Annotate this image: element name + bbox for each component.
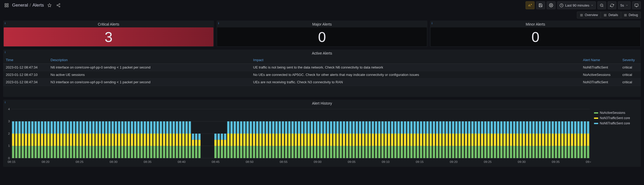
svg-rect-283 [282, 134, 284, 146]
alert-history-chart[interactable]: 0123408:1508:2008:2508:3008:3508:4008:45… [5, 106, 591, 164]
svg-rect-495 [510, 146, 512, 158]
svg-rect-122 [96, 121, 98, 134]
svg-rect-213 [195, 146, 197, 158]
time-range-picker[interactable]: Last 90 minutes [557, 1, 596, 9]
svg-rect-504 [520, 146, 522, 158]
svg-rect-343 [346, 134, 348, 146]
svg-rect-254 [250, 121, 252, 134]
svg-rect-543 [561, 146, 564, 158]
svg-rect-507 [523, 146, 525, 158]
svg-rect-380 [385, 121, 387, 134]
svg-rect-267 [266, 146, 268, 158]
svg-rect-273 [272, 146, 274, 158]
svg-rect-190 [169, 134, 172, 146]
svg-rect-457 [468, 134, 471, 146]
svg-rect-546 [565, 146, 567, 158]
svg-rect-314 [314, 121, 316, 134]
svg-rect-231 [227, 146, 229, 158]
svg-rect-470 [481, 121, 483, 134]
svg-rect-551 [568, 121, 570, 134]
svg-rect-528 [545, 146, 548, 158]
zoom-out-button[interactable] [597, 1, 606, 9]
legend-item[interactable]: NoActiveSessions [594, 110, 639, 115]
panel-title: Minor Alerts [430, 21, 641, 27]
svg-rect-485 [497, 121, 500, 134]
svg-rect-364 [368, 134, 371, 146]
svg-rect-196 [176, 134, 178, 146]
svg-rect-74 [44, 121, 47, 134]
svg-rect-277 [275, 134, 278, 146]
svg-rect-58 [28, 134, 31, 146]
svg-text:09:15: 09:15 [416, 160, 424, 163]
svg-rect-268 [266, 134, 268, 146]
panel-info-icon[interactable]: i [432, 22, 432, 25]
col-impact-header[interactable]: Impact [251, 56, 580, 64]
breadcrumb-folder[interactable]: General [12, 3, 28, 8]
svg-rect-498 [513, 146, 516, 158]
table-row[interactable]: 2023-01-12 08:47:34N3 interface on core/… [3, 79, 641, 86]
svg-rect-155 [131, 121, 133, 134]
svg-rect-535 [552, 134, 554, 146]
svg-rect-352 [356, 134, 358, 146]
svg-rect-412 [420, 134, 422, 146]
svg-text:0: 0 [8, 157, 10, 160]
svg-rect-127 [102, 134, 104, 146]
svg-rect-473 [484, 121, 487, 134]
svg-rect-60 [31, 146, 34, 158]
svg-rect-303 [304, 146, 307, 158]
svg-rect-338 [340, 121, 342, 134]
svg-rect-406 [413, 134, 416, 146]
svg-rect-456 [468, 146, 471, 158]
svg-rect-284 [282, 121, 284, 134]
col-name-header[interactable]: Alert Name [580, 56, 620, 64]
svg-rect-518 [532, 121, 535, 134]
svg-rect-113 [86, 121, 88, 134]
col-desc-header[interactable]: Description [48, 56, 251, 64]
svg-rect-126 [102, 146, 104, 158]
panel-title: Major Alerts [217, 21, 427, 27]
col-sev-header[interactable]: Severity [620, 56, 641, 64]
svg-rect-247 [243, 134, 246, 146]
refresh-button[interactable] [608, 1, 616, 9]
col-time-header[interactable]: Time [3, 56, 48, 64]
refresh-interval-picker[interactable]: 5s [618, 1, 631, 9]
apps-icon[interactable] [3, 2, 10, 9]
add-panel-button[interactable] [526, 1, 535, 9]
svg-rect-50 [18, 121, 21, 134]
panel-info-icon[interactable]: i [5, 101, 6, 104]
panel-info-icon[interactable]: i [5, 51, 6, 54]
star-icon[interactable] [46, 2, 53, 9]
svg-rect-361 [365, 134, 368, 146]
svg-rect-548 [565, 121, 567, 134]
cell-sev: critical [620, 64, 641, 71]
svg-rect-326 [327, 121, 329, 134]
tv-mode-button[interactable] [632, 1, 641, 9]
svg-rect-417 [426, 146, 429, 158]
svg-rect-415 [423, 134, 426, 146]
svg-rect-83 [54, 121, 56, 134]
svg-rect-563 [581, 121, 583, 134]
table-row[interactable]: 2023-01-12 08:47:34N6 interface on core/… [3, 64, 641, 71]
svg-rect-209 [189, 121, 191, 134]
legend-label: NoActiveSessions [600, 111, 625, 115]
view-overview-button[interactable]: Overview [577, 12, 601, 18]
svg-rect-222 [218, 146, 220, 158]
svg-rect-399 [407, 146, 410, 158]
legend-item[interactable]: NoN6TrafficSent core [594, 121, 639, 126]
svg-rect-423 [433, 146, 435, 158]
svg-rect-229 [224, 140, 226, 146]
panel-info-icon[interactable]: i [5, 22, 6, 25]
stat-major-value: 0 [217, 27, 427, 46]
breadcrumb-page[interactable]: Alerts [32, 3, 44, 8]
svg-rect-345 [349, 146, 352, 158]
settings-icon[interactable] [547, 1, 556, 9]
svg-rect-389 [394, 121, 397, 134]
save-button[interactable] [536, 1, 545, 9]
view-debug-button[interactable]: Debug [621, 12, 641, 18]
panel-info-icon[interactable]: i [218, 22, 219, 25]
view-details-button[interactable]: Details [601, 12, 621, 18]
svg-rect-237 [234, 146, 236, 158]
table-row[interactable]: 2023-01-12 08:47:10No active UE sessions… [3, 71, 641, 79]
share-icon[interactable] [55, 2, 62, 9]
legend-item[interactable]: NoN3TrafficSent core [594, 115, 639, 121]
